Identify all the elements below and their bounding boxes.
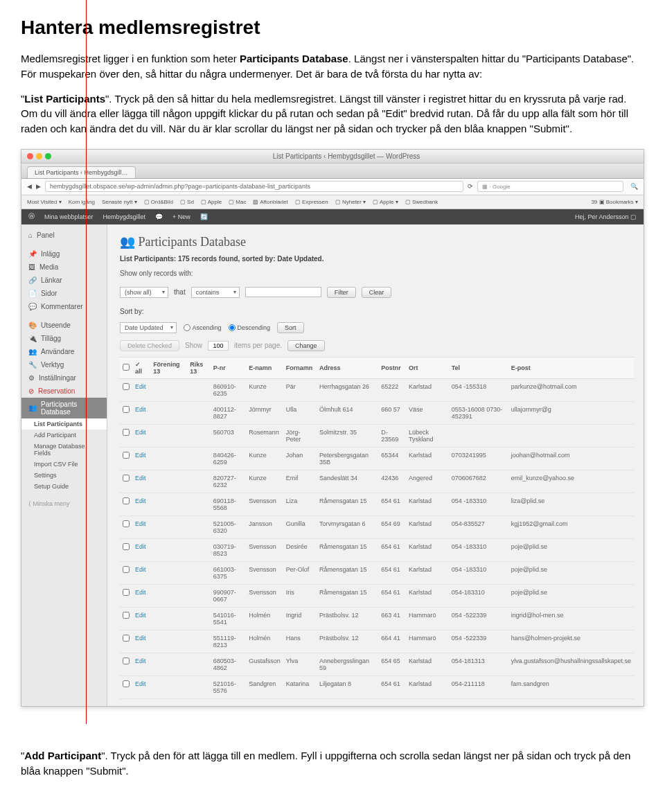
sidebar-sub-setup-guide[interactable]: Setup Guide — [21, 481, 107, 492]
sidebar-item-reservation[interactable]: ⊘Reservation — [21, 385, 107, 398]
col-tel[interactable]: Tel — [449, 357, 508, 378]
edit-link[interactable]: Edit — [135, 520, 146, 527]
row-checkbox[interactable] — [123, 383, 130, 390]
sidebar-sub-import-csv[interactable]: Import CSV File — [21, 459, 107, 470]
sidebar-item-installningar[interactable]: ⚙Inställningar — [21, 371, 107, 385]
edit-link[interactable]: Edit — [135, 452, 146, 459]
col-checkbox[interactable] — [120, 357, 132, 378]
filter-button[interactable]: Filter — [327, 287, 356, 298]
sidebar-item-label: Länkar — [41, 276, 62, 284]
sidebar-item-media[interactable]: 🖼Media — [21, 261, 107, 274]
row-checkbox[interactable] — [123, 680, 130, 687]
sidebar-item-kommentarer[interactable]: 💬Kommentarer — [21, 300, 107, 313]
col-enamn[interactable]: E-namn — [246, 357, 283, 378]
edit-link[interactable]: Edit — [135, 497, 146, 504]
wp-user-greeting[interactable]: Hej, Per Andersson ▢ — [575, 213, 637, 220]
col-riks[interactable]: Riks 13 — [187, 357, 211, 378]
row-checkbox[interactable] — [123, 452, 130, 459]
col-fornamn[interactable]: Fornamn — [283, 357, 317, 378]
edit-link[interactable]: Edit — [135, 589, 146, 596]
row-checkbox[interactable] — [123, 566, 130, 573]
wp-cache-icon[interactable]: 🔄 — [200, 213, 208, 220]
row-checkbox[interactable] — [123, 429, 130, 436]
filter-operator-select[interactable]: contains — [191, 287, 240, 298]
window-controls[interactable] — [27, 153, 51, 159]
wp-logo-icon[interactable]: ⓦ — [28, 212, 35, 221]
change-button[interactable]: Change — [287, 340, 325, 351]
wp-comments-icon[interactable]: 💬 — [155, 213, 163, 220]
bookmark-sd[interactable]: ▢ Sd — [180, 199, 194, 205]
edit-link[interactable]: Edit — [135, 543, 146, 550]
bookmark-ordbild[interactable]: ▢ Ord&Bild — [144, 199, 173, 205]
row-checkbox[interactable] — [123, 612, 130, 619]
col-adress[interactable]: Adress — [317, 357, 378, 378]
row-checkbox[interactable] — [123, 657, 130, 664]
delete-checked-button[interactable]: Delete Checked — [120, 340, 179, 351]
edit-link[interactable]: Edit — [135, 635, 146, 642]
sidebar-collapse[interactable]: ⟨ Minska meny — [21, 497, 107, 510]
edit-link[interactable]: Edit — [135, 406, 146, 413]
bookmark-aftonbladet[interactable]: ▧ Aftonbladet — [253, 199, 287, 205]
nav-forward-icon[interactable]: ▶ — [36, 183, 41, 190]
sort-field-select[interactable]: Date Updated — [120, 322, 177, 333]
col-ort[interactable]: Ort — [406, 357, 449, 378]
sidebar-item-participants-database[interactable]: 👥Participants Database — [21, 398, 107, 418]
sidebar-sub-add-participant[interactable]: Add Participant — [21, 430, 107, 441]
filter-value-input[interactable] — [245, 287, 321, 297]
nav-back-icon[interactable]: ◀ — [27, 183, 32, 190]
sidebar-item-anvandare[interactable]: 👥Användare — [21, 345, 107, 358]
row-checkbox[interactable] — [123, 520, 130, 527]
wp-site-name[interactable]: Hembygdsgillet — [103, 213, 146, 220]
col-all[interactable]: ✓ all — [132, 357, 150, 378]
bookmark-apple[interactable]: ▢ Apple — [201, 199, 222, 205]
browser-search-input[interactable]: ▦ · Google — [477, 181, 623, 192]
bookmark-most-visited[interactable]: Most Visited ▾ — [27, 199, 62, 205]
sidebar-sub-list-participants[interactable]: List Participants — [21, 418, 107, 430]
row-checkbox[interactable] — [123, 475, 130, 482]
col-forening[interactable]: Förening 13 — [150, 357, 187, 378]
reload-icon[interactable]: ⟳ — [468, 183, 473, 190]
sidebar-item-utseende[interactable]: 🎨Utseende — [21, 319, 107, 332]
sort-button[interactable]: Sort — [277, 322, 304, 333]
sidebar-item-panel[interactable]: ⌂Panel — [21, 229, 107, 242]
sort-descending-radio[interactable]: Descending — [229, 324, 271, 331]
browser-tab[interactable]: List Participants ‹ Hembygdsgill… — [27, 166, 136, 178]
sidebar-sub-manage-fields[interactable]: Manage Database Fields — [21, 441, 107, 459]
edit-link[interactable]: Edit — [135, 429, 146, 436]
bookmark-senaste-nytt[interactable]: Senaste nytt ▾ — [102, 199, 137, 205]
row-checkbox[interactable] — [123, 589, 130, 596]
sidebar-item-inlagg[interactable]: 📌Inlägg — [21, 247, 107, 261]
items-per-page-input[interactable] — [208, 341, 229, 351]
bookmark-expressen[interactable]: ▢ Expressen — [295, 199, 328, 205]
edit-link[interactable]: Edit — [135, 475, 146, 482]
bookmark-mac[interactable]: ▢ Mac — [229, 199, 246, 205]
edit-link[interactable]: Edit — [135, 566, 146, 573]
sort-ascending-radio[interactable]: Ascending — [184, 324, 222, 331]
edit-link[interactable]: Edit — [135, 383, 146, 390]
sidebar-item-sidor[interactable]: 📄Sidor — [21, 287, 107, 300]
edit-link[interactable]: Edit — [135, 680, 146, 687]
sidebar-sub-settings[interactable]: Settings — [21, 470, 107, 481]
bookmark-kom-igang[interactable]: Kom igång — [69, 199, 95, 205]
row-checkbox[interactable] — [123, 635, 130, 642]
wp-new-button[interactable]: + New — [172, 213, 190, 220]
clear-button[interactable]: Clear — [362, 287, 392, 298]
col-postnr[interactable]: Postnr — [378, 357, 406, 378]
row-checkbox[interactable] — [123, 543, 130, 550]
sidebar-item-tillagg[interactable]: 🔌Tillägg — [21, 332, 107, 345]
bookmark-swedbank[interactable]: ▢ Swedbank — [405, 199, 438, 205]
sidebar-item-verktyg[interactable]: 🔧Verktyg — [21, 358, 107, 371]
cell-fornamn: Gunilla — [283, 515, 317, 538]
sidebar-item-lankar[interactable]: 🔗Länkar — [21, 274, 107, 287]
edit-link[interactable]: Edit — [135, 657, 146, 664]
row-checkbox[interactable] — [123, 497, 130, 504]
filter-field-select[interactable]: (show all) — [120, 287, 168, 298]
bookmark-apple2[interactable]: ▢ Apple ▾ — [373, 199, 398, 205]
bookmarks-overflow[interactable]: 39 ▣ Bookmarks ▾ — [591, 199, 638, 205]
edit-link[interactable]: Edit — [135, 612, 146, 619]
col-epost[interactable]: E-post — [508, 357, 634, 378]
row-checkbox[interactable] — [123, 406, 130, 413]
col-pnr[interactable]: P-nr — [211, 357, 246, 378]
bookmark-nyheter[interactable]: ▢ Nyheter ▾ — [335, 199, 366, 205]
url-input[interactable]: hembygdsgillet.obspace.se/wp-admin/admin… — [45, 181, 463, 192]
